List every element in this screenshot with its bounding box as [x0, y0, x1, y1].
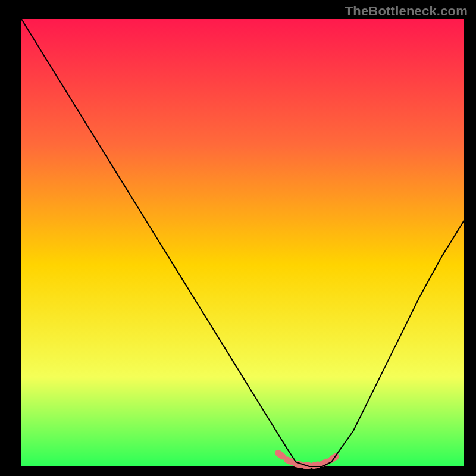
watermark-text: TheBottleneck.com [345, 4, 468, 19]
highlight-dash [322, 462, 327, 464]
highlight-dash [314, 465, 318, 466]
chart-frame: { "watermark": "TheBottleneck.com", "col… [0, 0, 476, 476]
highlight-dash [287, 460, 291, 462]
bottleneck-chart [0, 0, 476, 476]
highlight-dash [296, 464, 300, 465]
plot-area [21, 19, 464, 466]
highlight-dash [278, 453, 283, 456]
